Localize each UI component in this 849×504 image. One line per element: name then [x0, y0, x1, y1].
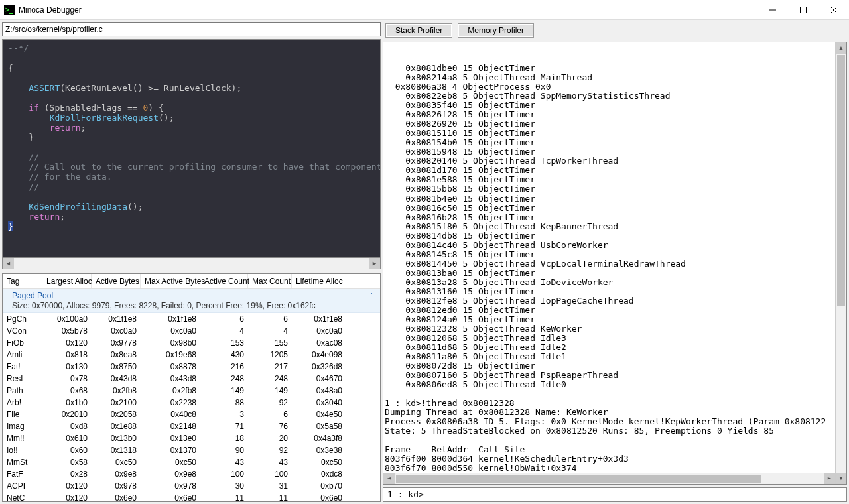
table-row[interactable]: Amli0x8180x8ea80x19e6843012050x4e098 — [3, 349, 380, 361]
table-cell: 0x2100 — [92, 397, 141, 408]
table-cell: 6 — [248, 314, 292, 324]
table-cell: 0xac08 — [292, 338, 346, 348]
table-cell: 4 — [248, 326, 292, 336]
table-cell: 0xc0a0 — [141, 326, 200, 336]
table-cell: 0x100a0 — [42, 314, 92, 324]
table-cell: 0x978 — [141, 481, 200, 491]
table-row[interactable]: PgCh0x100a00x1f1e80x1f1e8660x1f1e8 — [3, 313, 380, 325]
table-cell: 0x6e0 — [141, 493, 200, 502]
table-cell: 216 — [200, 361, 248, 372]
source-code-pane[interactable]: --*/ { ASSERT(KeGetRunLevel() >= RunLeve… — [2, 39, 381, 258]
table-cell: 88 — [200, 397, 248, 408]
table-cell: 0xc50 — [292, 457, 346, 468]
table-cell: 0x2058 — [92, 409, 141, 420]
table-cell: 11 — [248, 493, 292, 502]
table-cell: 0x1f1e8 — [292, 314, 346, 324]
col-header[interactable]: Max Active Bytes — [141, 274, 200, 288]
table-row[interactable]: MmSt0x580xc500xc5043430xc50 — [3, 456, 380, 468]
table-row[interactable]: FiOb0x1200x97780x98b01531550xac08 — [3, 337, 380, 349]
table-cell: 1205 — [248, 349, 292, 360]
cmd-input[interactable] — [428, 487, 847, 502]
table-cell: 0x8ea8 — [92, 349, 141, 360]
table-cell: 0x120 — [42, 338, 92, 348]
table-cell: 0x98b0 — [141, 338, 200, 348]
table-row[interactable]: Mm!!0x6100x13b00x13e018200x4a3f8 — [3, 432, 380, 444]
table-cell: 6 — [248, 409, 292, 420]
table-header-row: TagLargest AllocActive BytesMax Active B… — [3, 274, 380, 289]
table-cell: 100 — [248, 469, 292, 479]
table-cell: 0x326d8 — [292, 361, 346, 372]
table-cell: Arb! — [3, 397, 42, 408]
table-cell: 0x4670 — [292, 373, 346, 384]
table-cell: 430 — [200, 349, 248, 360]
table-cell: 0x610 — [42, 433, 92, 444]
svg-rect-1 — [801, 7, 807, 13]
table-cell: 0x120 — [42, 493, 92, 502]
col-header[interactable]: Max Count — [248, 274, 292, 288]
console-hscrollbar[interactable]: ◄► — [383, 473, 835, 484]
table-cell: 3 — [200, 409, 248, 420]
table-cell: MmSt — [3, 457, 42, 468]
table-row[interactable]: VCon0x5b780xc0a00xc0a0440xc0a0 — [3, 325, 380, 337]
table-cell: 92 — [248, 445, 292, 456]
table-cell: 0x4e50 — [292, 409, 346, 420]
table-row[interactable]: FatF0x280x9e80x9e81001000xdc8 — [3, 468, 380, 480]
table-cell: 4 — [200, 326, 248, 336]
table-cell: 0xdc8 — [292, 469, 346, 479]
table-cell: 18 — [200, 433, 248, 444]
col-header[interactable]: Largest Alloc — [42, 274, 92, 288]
table-cell: 92 — [248, 397, 292, 408]
table-cell: ResL — [3, 373, 42, 384]
table-cell: 0x6e0 — [292, 493, 346, 502]
memory-table[interactable]: TagLargest AllocActive BytesMax Active B… — [2, 273, 381, 502]
table-cell: 0x1f1e8 — [141, 314, 200, 324]
group-paged-pool[interactable]: Paged Pool ˄ Size: 0x70000, Allocs: 9979… — [3, 289, 380, 313]
table-cell: 0x3040 — [292, 397, 346, 408]
table-row[interactable]: ResL0x780x43d80x43d82482480x4670 — [3, 373, 380, 385]
col-header[interactable]: Active Count — [200, 274, 248, 288]
table-cell: 0x5b78 — [42, 326, 92, 336]
table-cell: NetC — [3, 493, 42, 502]
table-cell: 0x13b0 — [92, 433, 141, 444]
table-cell: ACPI — [3, 481, 42, 491]
stack-profiler-button[interactable]: Stack Profiler — [385, 23, 452, 38]
memory-profiler-button[interactable]: Memory Profiler — [458, 23, 534, 38]
minimize-button[interactable] — [757, 0, 788, 20]
col-header[interactable]: Lifetime Alloc — [292, 274, 346, 288]
table-cell: 217 — [248, 361, 292, 372]
table-row[interactable]: Io!!0x600x13180x137090920x3e38 — [3, 444, 380, 456]
maximize-button[interactable] — [788, 0, 818, 20]
table-cell: 0x4a3f8 — [292, 433, 346, 444]
table-row[interactable]: ACPI0x1200x9780x97830310xb70 — [3, 480, 380, 492]
table-cell: 0x60 — [42, 445, 92, 456]
table-row[interactable]: Path0x680x2fb80x2fb81491490x48a0 — [3, 385, 380, 397]
table-cell: 0x818 — [42, 349, 92, 360]
table-cell: 0x1b0 — [42, 397, 92, 408]
table-cell: 0x2fb8 — [141, 385, 200, 396]
table-row[interactable]: File0x20100x20580x40c8360x4e50 — [3, 409, 380, 420]
table-cell: 0x8878 — [141, 361, 200, 372]
table-cell: 0x2fb8 — [92, 385, 141, 396]
table-cell: 149 — [200, 385, 248, 396]
table-cell: File — [3, 409, 42, 420]
table-cell: 0x13e0 — [141, 433, 200, 444]
table-row[interactable]: NetC0x1200x6e00x6e011110x6e0 — [3, 492, 380, 502]
window-title: Minoca Debugger — [19, 5, 82, 15]
table-cell: 0x8750 — [92, 361, 141, 372]
table-cell: Amli — [3, 349, 42, 360]
table-cell: 11 — [200, 493, 248, 502]
console-vscrollbar[interactable]: ▲▼ — [835, 42, 846, 484]
table-row[interactable]: Fat!0x1300x87500x88782162170x326d8 — [3, 361, 380, 373]
table-cell: 0x78 — [42, 373, 92, 384]
group-subtitle: Size: 0x70000, Allocs: 9979, Frees: 8228… — [12, 300, 373, 310]
table-cell: 248 — [248, 373, 292, 384]
close-button[interactable] — [818, 0, 849, 20]
table-row[interactable]: Arb!0x1b00x21000x223888920x3040 — [3, 397, 380, 409]
group-title: Paged Pool — [12, 291, 53, 300]
col-header[interactable]: Tag — [3, 274, 42, 288]
table-row[interactable]: Imag0xd80x1e880x214871760x5a58 — [3, 420, 380, 432]
debug-console[interactable]: 0x8081dbe0 15 ObjectTimer 0x808214a8 5 O… — [383, 42, 847, 485]
source-path-input[interactable] — [2, 22, 381, 36]
col-header[interactable]: Active Bytes — [92, 274, 141, 288]
code-hscrollbar[interactable]: ◄► — [2, 258, 381, 269]
